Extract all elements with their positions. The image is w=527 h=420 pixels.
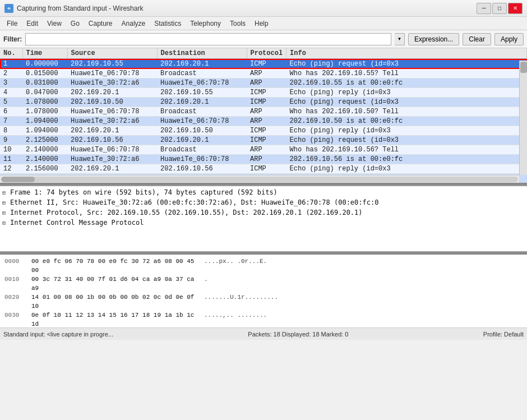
table-row[interactable]: 92.125000202.169.10.56202.169.20.1ICMPEc… [0, 136, 527, 145]
table-row[interactable]: 61.078000HuaweiTe_06:70:78BroadcastARPWh… [0, 107, 527, 117]
filter-dropdown-button[interactable]: ▼ [395, 33, 405, 45]
col-protocol[interactable]: Protocol [247, 48, 286, 59]
detail-row[interactable]: ⊞Internet Protocol, Src: 202.169.10.55 (… [0, 207, 527, 218]
close-button[interactable]: ✕ [508, 3, 523, 14]
filter-label: Filter: [3, 35, 22, 43]
hex-dump: 000000 e0 fc 06 70 78 00 e0 fc 30 72 a6 … [0, 255, 527, 327]
table-row[interactable]: 51.078000202.169.10.50202.169.20.1ICMPEc… [0, 98, 527, 107]
menu-item-analyze[interactable]: Analyze [117, 19, 150, 29]
expand-icon: ⊞ [2, 220, 10, 226]
status-right: Profile: Default [483, 331, 524, 338]
col-destination[interactable]: Destination [157, 48, 247, 59]
hex-dump-row: 002014 01 00 08 00 1b 00 0b 00 0b 02 0c … [4, 293, 523, 311]
maximize-button[interactable]: □ [492, 3, 507, 14]
col-time[interactable]: Time [22, 48, 67, 59]
table-row[interactable]: 30.031000HuaweiTe_30:72:a6HuaweiTe_06:70… [0, 79, 527, 88]
packet-table: No. Time Source Destination Protocol Inf… [0, 48, 527, 183]
menu-item-telephony[interactable]: Telephony [186, 19, 225, 29]
detail-row[interactable]: ⊞Ethernet II, Src: HuaweiTe_30:72:a6 (00… [0, 197, 527, 207]
table-row[interactable]: 20.015000HuaweiTe_06:70:78BroadcastARPWh… [0, 69, 527, 79]
apply-button[interactable]: Apply [494, 33, 524, 45]
menu-item-edit[interactable]: Edit [22, 19, 43, 29]
detail-row[interactable]: ⊞Internet Control Message Protocol [0, 218, 527, 228]
expand-icon: ⊞ [2, 210, 10, 216]
table-row[interactable]: 40.047000202.169.20.1202.169.10.55ICMPEc… [0, 88, 527, 98]
window-title: Capturing from Standard input - Wireshar… [17, 4, 143, 12]
clear-button[interactable]: Clear [463, 33, 491, 45]
menu-item-go[interactable]: Go [66, 19, 84, 29]
window-controls: ─ □ ✕ [477, 3, 523, 14]
horizontal-scrollbar[interactable] [0, 175, 519, 183]
detail-text: Internet Protocol, Src: 202.169.10.55 (2… [10, 209, 363, 216]
status-bar: Standard input: <live capture in progre.… [0, 327, 527, 340]
detail-text: Frame 1: 74 bytes on wire (592 bits), 74… [10, 188, 278, 196]
packet-list-container: No. Time Source Destination Protocol Inf… [0, 48, 527, 183]
table-row[interactable]: 71.094000HuaweiTe_30:72:a6HuaweiTe_06:70… [0, 117, 527, 126]
status-middle: Packets: 18 Displayed: 18 Marked: 0 [248, 331, 348, 338]
filter-input[interactable] [25, 33, 391, 45]
detail-row[interactable]: ⊞Frame 1: 74 bytes on wire (592 bits), 7… [0, 187, 527, 197]
table-row[interactable]: 112.140000HuaweiTe_30:72:a6HuaweiTe_06:7… [0, 155, 527, 164]
status-left: Standard input: <live capture in progre.… [3, 331, 113, 338]
menu-item-tools[interactable]: Tools [225, 19, 250, 29]
menu-item-help[interactable]: Help [250, 19, 273, 29]
hex-dump-row: 00300e 0f 10 11 12 13 14 15 16 17 18 19 … [4, 311, 523, 327]
hex-dump-row: 000000 e0 fc 06 70 78 00 e0 fc 30 72 a6 … [4, 257, 523, 275]
vertical-scrollbar[interactable] [519, 61, 527, 175]
detail-text: Internet Control Message Protocol [10, 219, 144, 227]
expand-icon: ⊞ [2, 200, 10, 206]
col-no[interactable]: No. [0, 48, 22, 59]
menu-item-view[interactable]: View [43, 19, 66, 29]
title-bar: Capturing from Standard input - Wireshar… [0, 0, 527, 17]
table-row[interactable]: 102.140000HuaweiTe_06:70:78BroadcastARPW… [0, 145, 527, 155]
menu-item-file[interactable]: File [2, 19, 22, 29]
table-row[interactable]: 122.156000202.169.20.1202.169.10.56ICMPE… [0, 164, 527, 174]
expand-icon: ⊞ [2, 190, 10, 196]
col-info[interactable]: Info [286, 48, 527, 59]
app-icon [4, 4, 13, 13]
menu-bar: FileEditViewGoCaptureAnalyzeStatisticsTe… [0, 17, 527, 30]
expression-button[interactable]: Expression... [408, 33, 459, 45]
hex-dump-row: 001000 3c 72 31 40 00 7f 01 d6 04 ca a9 … [4, 275, 523, 293]
col-source[interactable]: Source [67, 48, 157, 59]
minimize-button[interactable]: ─ [477, 3, 491, 14]
table-row[interactable]: 10.000000202.169.10.55202.169.20.1ICMPEc… [0, 59, 527, 69]
detail-text: Ethernet II, Src: HuaweiTe_30:72:a6 (00:… [10, 199, 378, 206]
packet-list-body: 10.000000202.169.10.55202.169.20.1ICMPEc… [0, 59, 527, 183]
packet-table-header: No. Time Source Destination Protocol Inf… [0, 48, 527, 59]
packet-detail: ⊞Frame 1: 74 bytes on wire (592 bits), 7… [0, 185, 527, 252]
table-row[interactable]: 81.094000202.169.20.1202.169.10.50ICMPEc… [0, 126, 527, 136]
menu-item-statistics[interactable]: Statistics [150, 19, 186, 29]
filter-bar: Filter: ▼ Expression... Clear Apply [0, 30, 527, 48]
menu-item-capture[interactable]: Capture [84, 19, 117, 29]
